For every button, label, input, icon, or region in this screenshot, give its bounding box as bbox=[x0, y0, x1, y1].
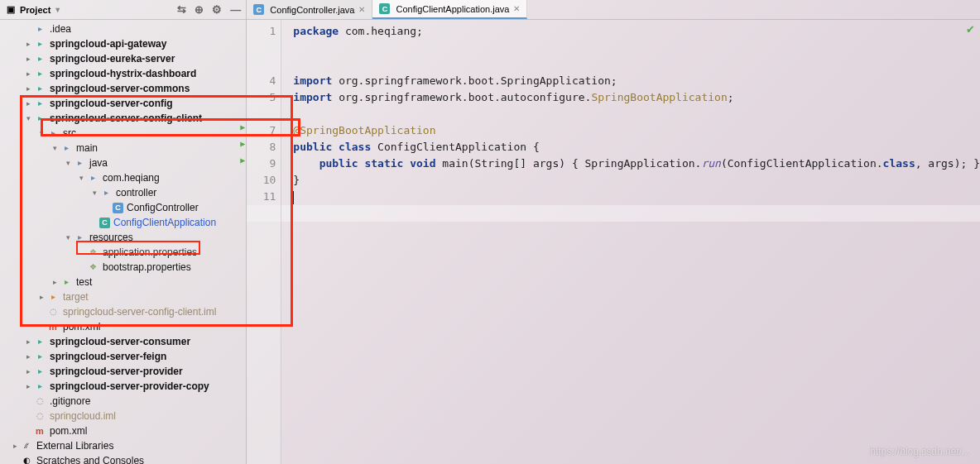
tree-item[interactable]: ▸▸springcloud-eureka-server bbox=[3, 51, 246, 66]
tree-arrow-icon[interactable]: ▸ bbox=[23, 334, 33, 349]
tree-item[interactable]: ▸▸springcloud-server-feign bbox=[3, 349, 246, 364]
tree-item-label: bootstrap.properties bbox=[101, 260, 191, 275]
run-arg1: (ConfigClientApplication. bbox=[721, 157, 883, 170]
tree-item-label: java bbox=[88, 155, 108, 170]
class-kw: class bbox=[883, 157, 915, 170]
hide-icon[interactable]: — bbox=[230, 3, 241, 16]
tree-item-label: Scratches and Consoles bbox=[35, 453, 144, 464]
tree-item[interactable]: ◌springcloud.iml bbox=[3, 409, 246, 423]
run-arg2: , args); } bbox=[915, 157, 980, 170]
run-class-icon[interactable]: ▶ bbox=[233, 119, 245, 131]
tree-arrow-icon[interactable]: ▾ bbox=[76, 170, 86, 185]
gear-icon[interactable]: ⚙ bbox=[212, 3, 222, 16]
close-tab-icon[interactable]: ✕ bbox=[513, 4, 520, 13]
folder-teal-icon: ▸ bbox=[33, 112, 46, 125]
tree-arrow-icon[interactable]: ▸ bbox=[23, 51, 33, 66]
tree-item[interactable]: mpom.xml bbox=[3, 319, 246, 334]
tree-arrow-icon[interactable]: ▸ bbox=[23, 36, 33, 51]
editor-tab[interactable]: CConfigClientApplication.java✕ bbox=[372, 0, 527, 19]
tree-item-label: controller bbox=[114, 185, 156, 200]
tree-item-label: .gitignore bbox=[48, 394, 90, 409]
tree-item-label: target bbox=[61, 289, 89, 304]
tree-item[interactable]: ▾▸com.heqiang bbox=[3, 170, 246, 185]
run-class-icon-2[interactable]: ▶ bbox=[233, 136, 245, 147]
tree-item[interactable]: ▾▸main bbox=[3, 141, 246, 155]
folder-teal-icon: ▸ bbox=[33, 37, 46, 50]
tree-item-label: springcloud-hystrix-dashboard bbox=[48, 66, 196, 81]
tree-item[interactable]: ▸▸springcloud-server-commons bbox=[3, 81, 246, 96]
folder-teal-icon: ▸ bbox=[33, 365, 46, 378]
tree-arrow-icon[interactable]: ▾ bbox=[50, 141, 60, 155]
tree-item[interactable]: ▸▸springcloud-hystrix-dashboard bbox=[3, 66, 246, 81]
tree-item[interactable]: mpom.xml bbox=[3, 423, 246, 438]
tree-arrow-icon[interactable]: ▾ bbox=[63, 230, 73, 245]
close-tab-icon[interactable]: ✕ bbox=[358, 5, 365, 14]
tree-item[interactable]: ▸.idea bbox=[3, 22, 246, 36]
tree-arrow-icon[interactable]: ▸ bbox=[23, 96, 33, 111]
tree-arrow-icon[interactable]: ▾ bbox=[23, 111, 33, 126]
kw-import: import bbox=[293, 91, 339, 103]
tree-item[interactable]: ▾▸controller bbox=[3, 185, 246, 200]
tree-item[interactable]: ▾▸springcloud-server-config-client bbox=[3, 111, 246, 126]
tree-arrow-icon[interactable]: ▸ bbox=[23, 364, 33, 379]
tree-arrow-icon[interactable]: ▸ bbox=[36, 289, 46, 304]
tree-item-label: ConfigClientApplication bbox=[112, 215, 216, 230]
tree-item-label: main bbox=[74, 141, 98, 155]
tree-item[interactable]: ▸▸springcloud-server-consumer bbox=[3, 334, 246, 349]
folder-green-icon: ▸ bbox=[60, 275, 73, 289]
tree-item[interactable]: ◌.gitignore bbox=[3, 394, 246, 409]
editor-tab[interactable]: CConfigController.java✕ bbox=[247, 0, 372, 19]
tree-arrow-icon[interactable]: ▾ bbox=[36, 126, 46, 141]
tree-item[interactable]: ▸▸springcloud-api-gateway bbox=[3, 36, 246, 51]
tab-label: ConfigClientApplication.java bbox=[396, 4, 509, 14]
tree-item[interactable]: ▾▸resources bbox=[3, 230, 246, 245]
leaf-icon: ❖ bbox=[86, 246, 99, 259]
project-icon: ▣ bbox=[5, 4, 17, 16]
tree-arrow-icon[interactable]: ▸ bbox=[50, 275, 60, 289]
tree-item[interactable]: ❖application.properties bbox=[3, 245, 246, 260]
gutter[interactable]: ▶ ▶ ▶ 1457891011 bbox=[247, 20, 281, 464]
tree-item[interactable]: ◐Scratches and Consoles bbox=[3, 453, 246, 464]
tree-item[interactable]: ❖bootstrap.properties bbox=[3, 260, 246, 275]
dot-icon: ◌ bbox=[46, 305, 60, 318]
tree-item[interactable]: ▸▸test bbox=[3, 275, 246, 289]
project-toolwindow-header[interactable]: ▣ Project ▼ ⇆ ⊕ ⚙ — bbox=[0, 0, 246, 20]
tree-item[interactable]: ▸▸springcloud-server-provider bbox=[3, 364, 246, 379]
run-main-icon[interactable]: ▶ bbox=[233, 152, 245, 164]
main-name: main bbox=[442, 157, 468, 170]
collapse-icon[interactable]: ⇆ bbox=[177, 3, 186, 16]
watermark: https://blog.csdn.net/... bbox=[870, 446, 970, 457]
import-2a: org.springframework.boot.autoconfigure. bbox=[339, 91, 591, 103]
tree-arrow-icon[interactable]: ▸ bbox=[10, 438, 20, 453]
tree-item[interactable]: ▸▸springcloud-server-provider-copy bbox=[3, 379, 246, 394]
folder-teal-icon: ▸ bbox=[33, 380, 46, 393]
tree-item-label: ConfigController bbox=[125, 200, 199, 215]
tree-item[interactable]: ▸⫽External Libraries bbox=[3, 438, 246, 453]
tree-item[interactable]: ▸▸springcloud-server-config bbox=[3, 96, 246, 111]
m-red-icon: m bbox=[33, 424, 46, 438]
tab-label: ConfigController.java bbox=[270, 5, 354, 15]
scratch-icon: ◐ bbox=[20, 454, 33, 464]
tree-item[interactable]: ▾▸java bbox=[3, 155, 246, 170]
project-tree[interactable]: ▸.idea▸▸springcloud-api-gateway▸▸springc… bbox=[0, 20, 246, 464]
tree-item-label: resources bbox=[88, 230, 133, 245]
target-icon[interactable]: ⊕ bbox=[195, 3, 204, 16]
gutter-line: 4 bbox=[247, 73, 276, 89]
tree-item[interactable]: ◌springcloud-server-config-client.iml bbox=[3, 304, 246, 319]
tree-item[interactable]: CConfigClientApplication bbox=[3, 215, 246, 230]
tree-arrow-icon[interactable]: ▾ bbox=[89, 185, 99, 200]
inspection-ok-icon[interactable]: ✔ bbox=[966, 23, 975, 36]
tree-item[interactable]: ▾▸src bbox=[3, 126, 246, 141]
dropdown-icon[interactable]: ▼ bbox=[54, 6, 61, 14]
tree-item[interactable]: ▸▸target bbox=[3, 289, 246, 304]
tree-arrow-icon[interactable]: ▸ bbox=[23, 66, 33, 81]
tree-arrow-icon[interactable]: ▾ bbox=[63, 155, 73, 170]
tree-arrow-icon[interactable]: ▸ bbox=[23, 349, 33, 364]
folder-icon: ▸ bbox=[33, 22, 46, 36]
kw-import: import bbox=[293, 74, 339, 87]
tree-arrow-icon[interactable]: ▸ bbox=[23, 379, 33, 394]
gutter-line: 7 bbox=[247, 122, 276, 139]
tree-item[interactable]: CConfigController bbox=[3, 200, 246, 215]
code-editor[interactable]: package com.heqiang; import org.springfr… bbox=[281, 20, 980, 464]
tree-arrow-icon[interactable]: ▸ bbox=[23, 81, 33, 96]
